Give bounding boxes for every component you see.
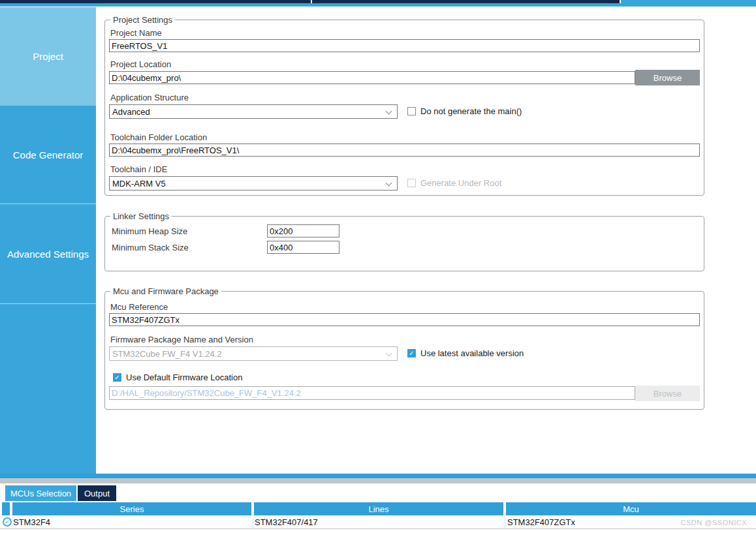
table-header-lines: Lines <box>254 502 503 515</box>
project-location-label: Project Location <box>110 59 171 69</box>
min-heap-label: Minimum Heap Size <box>112 226 187 236</box>
project-name-label: Project Name <box>110 28 162 38</box>
min-heap-input[interactable] <box>267 224 339 237</box>
table-header-mcu: Mcu <box>506 502 756 515</box>
toolbar-divider <box>620 0 621 3</box>
tab-output[interactable]: Output <box>78 485 116 501</box>
header-label: Mcu <box>623 504 639 514</box>
sidebar-item-project[interactable]: Project <box>0 7 96 106</box>
toolchain-folder-label: Toolchain Folder Location <box>110 132 207 142</box>
sidebar-item-code-generator[interactable]: Code Generator <box>0 106 96 204</box>
do-not-generate-main-label: Do not generate the main() <box>420 106 522 116</box>
header-label: Series <box>120 504 144 514</box>
use-default-firmware-location-label: Use Default Firmware Location <box>126 373 242 382</box>
mcu-reference-input[interactable] <box>109 313 700 326</box>
min-stack-label: Minimum Stack Size <box>112 243 189 252</box>
linker-settings-group: Linker Settings Minimum Heap Size Minimu… <box>104 216 704 271</box>
application-structure-select[interactable]: Advanced <box>109 104 398 119</box>
do-not-generate-main-checkbox[interactable] <box>407 107 416 115</box>
toolchain-ide-value: MDK-ARM V5 <box>112 179 166 189</box>
application-structure-value: Advanced <box>112 107 150 117</box>
sidebar-item-label: Advanced Settings <box>7 249 89 260</box>
project-manager-screen: Project Code Generator Advanced Settings… <box>0 0 756 533</box>
min-stack-input[interactable] <box>267 241 339 254</box>
group-legend: Project Settings <box>110 15 175 25</box>
browse-firmware-location-button: Browse <box>635 386 700 401</box>
sidebar-item-label: Code Generator <box>13 149 84 160</box>
selected-check-icon: ✓ <box>3 517 12 526</box>
chevron-down-icon <box>386 108 392 115</box>
use-latest-version-checkbox[interactable]: ✓ <box>407 349 416 358</box>
cell-series: STM32F4 <box>13 517 50 527</box>
toolchain-ide-select[interactable]: MDK-ARM V5 <box>109 176 398 190</box>
toolbar-divider <box>311 0 312 3</box>
mcu-reference-label: Mcu Reference <box>110 302 168 312</box>
browse-project-location-button[interactable]: Browse <box>635 70 700 85</box>
check-glyph: ✓ <box>5 519 10 525</box>
chevron-down-icon <box>386 180 392 187</box>
sidebar-item-advanced-settings[interactable]: Advanced Settings <box>0 204 96 303</box>
project-name-input[interactable] <box>109 39 700 52</box>
tab-mcus-selection[interactable]: MCUs Selection <box>5 485 76 501</box>
header-label: Lines <box>368 504 388 514</box>
watermark: CSDN @SSONICX <box>681 519 747 526</box>
generate-under-root-checkbox <box>407 179 416 187</box>
firmware-package-value: STM32Cube FW_F4 V1.24.2 <box>112 349 222 359</box>
table-row[interactable]: ✓ STM32F4 STM32F407/417 STM32F407ZGTx CS… <box>0 515 756 529</box>
group-legend: Mcu and Firmware Package <box>110 286 221 296</box>
tab-label: Output <box>84 489 110 498</box>
sidebar-item-label: Project <box>33 51 63 62</box>
toolchain-folder-input[interactable] <box>109 144 700 157</box>
project-settings-group: Project Settings Project Name Project Lo… <box>104 20 704 196</box>
project-location-input[interactable] <box>109 71 635 84</box>
toolchain-ide-label: Toolchain / IDE <box>110 164 167 174</box>
chevron-down-icon <box>386 350 392 357</box>
column-divider <box>505 515 505 529</box>
firmware-package-label: Firmware Package Name and Version <box>110 335 253 344</box>
group-legend: Linker Settings <box>110 211 172 221</box>
table-header-selector-column <box>2 502 10 515</box>
bottom-blue-bar <box>0 474 756 478</box>
sidebar-filler <box>0 303 96 474</box>
generate-under-root-label: Generate Under Root <box>420 178 501 188</box>
application-structure-label: Application Structure <box>110 93 189 102</box>
firmware-package-select: STM32Cube FW_F4 V1.24.2 <box>109 346 398 361</box>
use-default-firmware-location-checkbox[interactable]: ✓ <box>113 373 121 382</box>
check-icon: ✓ <box>114 374 119 381</box>
use-latest-version-label: Use latest available version <box>420 348 524 358</box>
cell-lines: STM32F407/417 <box>255 517 318 527</box>
cell-mcu: STM32F407ZGTx <box>507 517 575 527</box>
check-icon: ✓ <box>409 350 414 357</box>
bottom-gray-bar <box>0 478 756 483</box>
tab-label: MCUs Selection <box>10 489 71 498</box>
table-header-series: Series <box>12 502 251 515</box>
column-divider <box>253 515 253 529</box>
mcu-firmware-group: Mcu and Firmware Package Mcu Reference F… <box>104 291 704 410</box>
firmware-location-input <box>109 386 635 400</box>
